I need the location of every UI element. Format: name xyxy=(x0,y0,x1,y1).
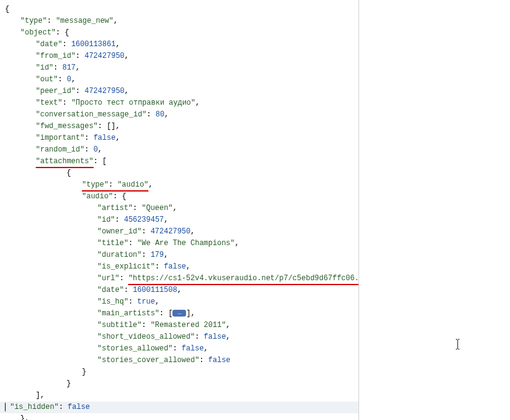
highlight-url: "https://cs1-52v4.vkuseraudio.net/p7/c5e… xyxy=(128,274,358,285)
preview-pane xyxy=(359,0,510,420)
prop-audio-url: "url": "https://cs1-52v4.vkuseraudio.net… xyxy=(5,273,358,285)
prop-audio-short-videos-allowed: "short_videos_allowed": false, xyxy=(5,331,358,343)
prop-audio-main-artists: "main_artists": […], xyxy=(5,308,358,320)
prop-audio-id: "id": 456239457, xyxy=(5,214,358,226)
attachment-item-open: { xyxy=(5,168,358,179)
brace-open: { xyxy=(5,4,358,15)
prop-audio-stories-allowed: "stories_allowed": false, xyxy=(5,343,358,355)
object-close: }, xyxy=(5,413,358,420)
prop-audio-stories-cover-allowed: "stories_cover_allowed": false xyxy=(5,355,358,366)
attachments-close: ], xyxy=(5,390,358,402)
prop-object-out: "out": 0, xyxy=(5,74,358,86)
text-cursor-icon xyxy=(455,339,455,349)
highlight-type-audio: "type": "audio" xyxy=(82,180,148,192)
prop-audio-title: "title": "We Are The Champions", xyxy=(5,238,358,249)
prop-object-id: "id": 817, xyxy=(5,62,358,74)
prop-object-cmi: "conversation_message_id": 80, xyxy=(5,109,358,121)
attachment-item-close: } xyxy=(5,378,358,390)
prop-object: "object": { xyxy=(5,27,358,39)
collapsed-badge-icon[interactable]: … xyxy=(172,310,186,317)
prop-object-text: "text": "Просто тест отправки аудио", xyxy=(5,97,358,109)
prop-object-fwd-messages: "fwd_messages": [], xyxy=(5,121,358,132)
prop-object-random-id: "random_id": 0, xyxy=(5,144,358,156)
prop-attachment-audio: "audio": { xyxy=(5,191,358,203)
prop-audio-subtitle: "subtitle": "Remastered 2011", xyxy=(5,320,358,331)
prop-object-date: "date": 1600113861, xyxy=(5,39,358,50)
json-viewer: { "type": "message_new", "object": { "da… xyxy=(0,0,510,420)
prop-object-peer-id: "peer_id": 472427950, xyxy=(5,86,358,97)
prop-audio-is-hq: "is_hq": true, xyxy=(5,296,358,308)
prop-object-important: "important": false, xyxy=(5,132,358,144)
prop-audio-is-explicit: "is_explicit": false, xyxy=(5,261,358,273)
prop-object-attachments: "attachments": [ xyxy=(5,156,358,168)
prop-audio-artist: "artist": "Queen", xyxy=(5,203,358,214)
audio-close: } xyxy=(5,366,358,378)
code-pane[interactable]: { "type": "message_new", "object": { "da… xyxy=(0,0,358,420)
prop-attachment-type: "type": "audio", xyxy=(5,179,358,191)
highlight-attachments: "attachments" xyxy=(36,157,94,168)
prop-audio-duration: "duration": 179, xyxy=(5,249,358,261)
prop-type: "type": "message_new", xyxy=(5,15,358,27)
prop-audio-owner-id: "owner_id": 472427950, xyxy=(5,226,358,238)
prop-object-from-id: "from_id": 472427950, xyxy=(5,50,358,62)
prop-audio-date: "date": 1600111508, xyxy=(5,285,358,296)
prop-object-is-hidden: "is_hidden": false xyxy=(0,402,358,413)
